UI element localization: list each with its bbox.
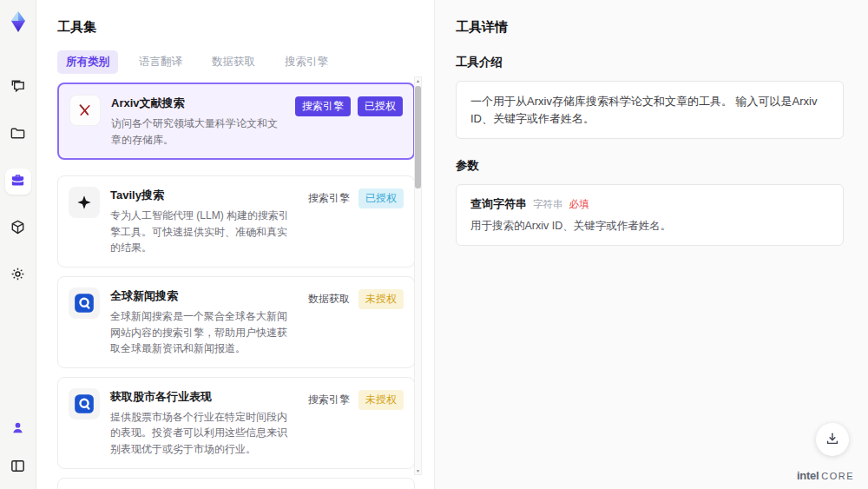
intel-core-logo: intel CORE — [797, 469, 854, 482]
tool-card-tavily[interactable]: Tavily搜索 专为人工智能代理 (LLM) 构建的搜索引擎工具。可快速提供实… — [57, 175, 415, 268]
tool-detail-panel: 工具详情 工具介绍 一个用于从Arxiv存储库搜索科学论文和文章的工具。 输入可… — [434, 0, 868, 489]
tool-card-active-stocks[interactable]: 获取市场最活跃股票信息 提供当天交易量最高的股票列表。投资者可以利用这些信息来识… — [57, 478, 415, 489]
sidebar-item-tools[interactable] — [5, 169, 31, 195]
cube-icon — [10, 219, 26, 239]
news-search-q-icon — [69, 287, 100, 319]
tool-name: Tavily搜索 — [110, 188, 296, 203]
scrollbar-thumb[interactable] — [415, 86, 421, 188]
page-title: 工具集 — [57, 19, 434, 36]
status-badge: 已授权 — [358, 188, 404, 208]
category-badge: 搜索引擎 — [306, 188, 352, 208]
param-required-badge: 必填 — [569, 198, 589, 211]
category-tabs: 所有类别 语言翻译 数据获取 搜索引擎 — [57, 50, 434, 74]
param-description: 用于搜索的Arxiv ID、关键字或作者姓名。 — [470, 219, 829, 234]
detail-title: 工具详情 — [456, 19, 844, 36]
category-badge: 搜索引擎 — [295, 96, 351, 116]
sidebar-item-settings[interactable] — [5, 262, 31, 288]
sidebar-item-files[interactable] — [5, 122, 31, 148]
status-badge: 未授权 — [358, 289, 404, 309]
status-badge: 已授权 — [358, 96, 403, 116]
param-name: 查询字符串 — [470, 196, 527, 212]
download-icon — [825, 431, 840, 449]
panel-toggle-icon — [10, 458, 26, 478]
chat-icon — [10, 78, 26, 98]
brand-core: CORE — [821, 471, 854, 481]
tavily-sparkle-icon — [69, 187, 100, 218]
user-icon — [10, 420, 26, 439]
tool-description: 专为人工智能代理 (LLM) 构建的搜索引擎工具。可快速提供实时、准确和真实的结… — [110, 208, 296, 256]
tool-card-stock-sectors[interactable]: 获取股市各行业表现 提供股票市场各个行业在特定时间段内的表现。投资者可以利用这些… — [57, 377, 415, 469]
sidebar — [0, 0, 36, 489]
intro-heading: 工具介绍 — [456, 55, 844, 70]
sidebar-item-packages[interactable] — [5, 215, 31, 241]
arxiv-logo-icon — [69, 95, 101, 126]
param-type: 字符串 — [533, 198, 563, 211]
sidebar-item-chat[interactable] — [5, 75, 31, 101]
tools-list-panel: 工具集 所有类别 语言翻译 数据获取 搜索引擎 Arxiv文献搜索 访问各个研究… — [36, 0, 434, 489]
tool-description: 提供股票市场各个行业在特定时间段内的表现。投资者可以利用这些信息来识别表现优于或… — [110, 409, 296, 458]
tool-name: 全球新闻搜索 — [110, 288, 296, 304]
app-window: 工具集 所有类别 语言翻译 数据获取 搜索引擎 Arxiv文献搜索 访问各个研究… — [0, 0, 868, 489]
tab-language-translation[interactable]: 语言翻译 — [130, 50, 191, 74]
tool-card-global-news[interactable]: 全球新闻搜索 全球新闻搜索是一个聚合全球各大新闻网站内容的搜索引擎，帮助用户快速… — [57, 276, 415, 368]
sidebar-item-account[interactable] — [5, 416, 31, 442]
scrollbar-up-arrow[interactable]: ▲ — [416, 77, 420, 84]
category-badge: 搜索引擎 — [306, 390, 352, 410]
tool-name: 获取股市各行业表现 — [110, 389, 296, 405]
tool-name: Arxiv文献搜索 — [111, 96, 285, 111]
tool-card-list: Arxiv文献搜索 访问各个研究领域大量科学论文和文章的存储库。 搜索引擎 已授… — [57, 83, 415, 489]
tab-all-categories[interactable]: 所有类别 — [57, 50, 118, 74]
brand-intel: intel — [797, 469, 819, 482]
parameter-item: 查询字符串 字符串 必填 用于搜索的Arxiv ID、关键字或作者姓名。 — [456, 184, 844, 246]
folder-icon — [10, 125, 26, 145]
category-badge: 数据获取 — [306, 289, 352, 309]
gear-icon — [10, 266, 26, 286]
scrollbar-down-arrow[interactable]: ▼ — [416, 467, 420, 474]
tool-intro-text: 一个用于从Arxiv存储库搜索科学论文和文章的工具。 输入可以是Arxiv ID… — [456, 81, 844, 139]
tool-card-arxiv[interactable]: Arxiv文献搜索 访问各个研究领域大量科学论文和文章的存储库。 搜索引擎 已授… — [57, 83, 415, 160]
briefcase-icon — [10, 172, 26, 192]
download-button[interactable] — [816, 423, 849, 456]
tool-description: 访问各个研究领域大量科学论文和文章的存储库。 — [111, 116, 285, 148]
sidebar-item-collapse[interactable] — [5, 454, 31, 480]
params-heading: 参数 — [456, 158, 844, 174]
tab-search-engine[interactable]: 搜索引擎 — [276, 50, 337, 74]
tab-data-acquisition[interactable]: 数据获取 — [203, 50, 264, 74]
tool-description: 全球新闻搜索是一个聚合全球各大新闻网站内容的搜索引擎，帮助用户快速获取全球最新资… — [110, 308, 296, 357]
status-badge: 未授权 — [358, 390, 404, 410]
list-scrollbar[interactable]: ▲ ▼ — [414, 76, 422, 475]
app-logo-icon — [7, 10, 30, 33]
stock-search-q-icon — [69, 388, 100, 420]
